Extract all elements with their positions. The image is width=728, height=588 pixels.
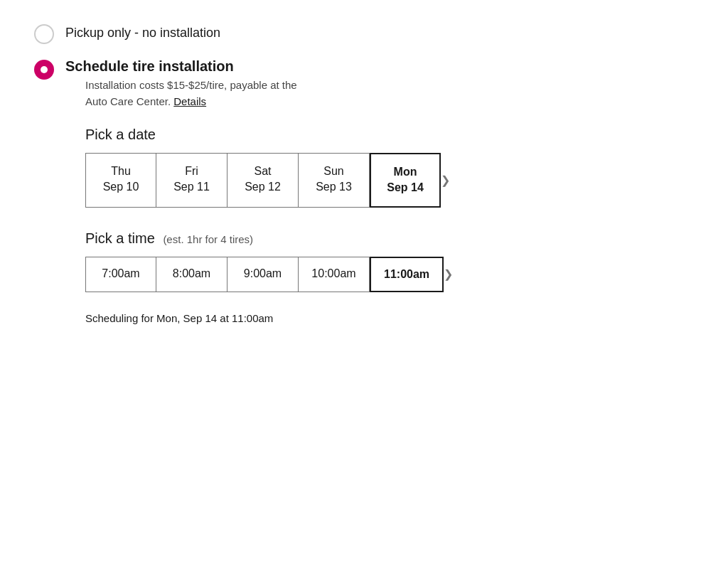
time-cell-8am[interactable]: 8:00am: [156, 257, 228, 292]
date-cell-thu-sep10[interactable]: Thu Sep 10: [85, 153, 156, 208]
date-day-0: Thu: [99, 164, 143, 179]
time-section-label: Pick a time (est. 1hr for 4 tires): [85, 230, 453, 247]
date-scroll-hint: ❯: [441, 153, 450, 208]
schedule-label: Schedule tire installation: [65, 55, 234, 74]
installation-description: Installation costs $15-$25/tire, payable…: [85, 77, 453, 109]
date-day-2: Sat: [240, 164, 285, 179]
scheduling-summary: Scheduling for Mon, Sep 14 at 11:00am: [85, 312, 453, 324]
date-num-2: Sep 12: [240, 179, 285, 195]
date-picker: Thu Sep 10 Fri Sep 11 Sat Sep 12 Sun Sep…: [85, 153, 453, 208]
time-cell-9am[interactable]: 9:00am: [228, 257, 299, 292]
date-day-4: Mon: [384, 164, 427, 180]
date-cell-sat-sep12[interactable]: Sat Sep 12: [228, 153, 299, 208]
details-link[interactable]: Details: [173, 95, 206, 107]
date-day-3: Sun: [311, 164, 356, 179]
schedule-details: Installation costs $15-$25/tire, payable…: [85, 77, 453, 324]
date-num-1: Sep 11: [169, 179, 214, 195]
time-cell-10am[interactable]: 10:00am: [299, 257, 370, 292]
pickup-option-row[interactable]: Pickup only - no installation: [34, 23, 694, 44]
date-section-label: Pick a date: [85, 127, 453, 143]
pickup-radio[interactable]: [34, 24, 54, 44]
pickup-label: Pickup only - no installation: [65, 23, 220, 41]
date-cell-sun-sep13[interactable]: Sun Sep 13: [299, 153, 370, 208]
schedule-radio[interactable]: [34, 60, 54, 80]
time-cell-7am[interactable]: 7:00am: [85, 257, 156, 292]
date-cell-fri-sep11[interactable]: Fri Sep 11: [156, 153, 228, 208]
time-sub-label: (est. 1hr for 4 tires): [163, 233, 253, 245]
schedule-option-row[interactable]: Schedule tire installation Installation …: [34, 58, 694, 324]
time-picker: 7:00am 8:00am 9:00am 10:00am 11:00am ❯: [85, 257, 453, 292]
date-cell-mon-sep14[interactable]: Mon Sep 14: [370, 153, 441, 208]
time-cell-11am[interactable]: 11:00am: [370, 257, 444, 292]
date-num-0: Sep 10: [99, 179, 143, 195]
date-num-4: Sep 14: [384, 180, 427, 196]
date-day-1: Fri: [169, 164, 214, 179]
date-num-3: Sep 13: [311, 179, 356, 195]
time-scroll-hint: ❯: [444, 257, 453, 292]
